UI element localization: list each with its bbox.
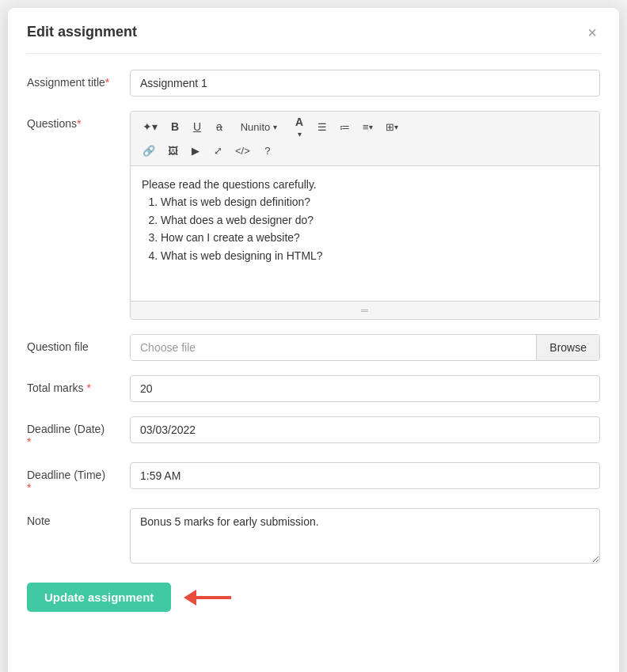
deadline-time-label: Deadline (Time) * bbox=[27, 462, 130, 494]
deadline-time-wrap bbox=[130, 462, 600, 489]
arrow-indicator bbox=[184, 590, 231, 606]
underline-button[interactable]: U bbox=[187, 116, 207, 137]
question-file-row: Question file Choose file Browse bbox=[27, 334, 600, 361]
rich-text-editor: ✦▾ B U a Nunito ▾ A ▾ ☰ bbox=[130, 111, 600, 320]
assignment-title-wrap bbox=[130, 70, 600, 97]
total-marks-input[interactable] bbox=[130, 375, 600, 402]
assignment-title-input[interactable] bbox=[130, 70, 600, 97]
modal-header: Edit assignment × bbox=[27, 24, 600, 54]
font-color-button[interactable]: A ▾ bbox=[288, 116, 310, 137]
expand-button[interactable]: ⤢ bbox=[207, 140, 228, 161]
questions-label: Questions* bbox=[27, 111, 130, 130]
table-button[interactable]: ⊞ ▾ bbox=[380, 116, 404, 137]
note-textarea[interactable] bbox=[130, 508, 600, 564]
resize-icon: ═ bbox=[361, 305, 369, 316]
arrow-head-icon bbox=[184, 590, 196, 606]
update-assignment-button[interactable]: Update assignment bbox=[27, 583, 171, 612]
editor-intro-text: Please read the questions carefully. bbox=[142, 176, 588, 193]
assignment-title-row: Assignment title* bbox=[27, 70, 600, 97]
video-button[interactable]: ▶ bbox=[185, 140, 206, 161]
arrow-shaft-icon bbox=[196, 596, 231, 599]
note-wrap bbox=[130, 508, 600, 567]
chevron-down-icon: ▾ bbox=[298, 130, 302, 139]
editor-question-list: What is web design definition?What does … bbox=[142, 193, 588, 264]
question-file-wrap: Choose file Browse bbox=[130, 334, 600, 361]
questions-wrap: ✦▾ B U a Nunito ▾ A ▾ ☰ bbox=[130, 111, 600, 320]
question-list-item: What is web design definition? bbox=[161, 193, 588, 211]
bold-button[interactable]: B bbox=[165, 116, 185, 137]
question-list-item: How can I create a website? bbox=[161, 229, 588, 246]
magic-button[interactable]: ✦▾ bbox=[137, 116, 163, 137]
file-placeholder: Choose file bbox=[131, 335, 536, 360]
chevron-down-icon: ▾ bbox=[394, 123, 398, 131]
submit-row: Update assignment bbox=[27, 583, 600, 612]
toolbar-row-1: ✦▾ B U a Nunito ▾ A ▾ ☰ bbox=[137, 116, 593, 137]
modal-title: Edit assignment bbox=[27, 24, 137, 40]
assignment-title-label: Assignment title* bbox=[27, 70, 130, 89]
question-list-item: What is web designing in HTML? bbox=[161, 247, 588, 264]
unordered-list-button[interactable]: ☰ bbox=[312, 116, 332, 137]
code-button[interactable]: </> bbox=[230, 140, 256, 161]
total-marks-label: Total marks * bbox=[27, 375, 130, 394]
close-button[interactable]: × bbox=[584, 25, 600, 40]
deadline-date-row: Deadline (Date) * bbox=[27, 416, 600, 448]
deadline-time-input[interactable] bbox=[130, 462, 600, 489]
questions-row: Questions* ✦▾ B U a Nunito ▾ bbox=[27, 111, 600, 320]
editor-resize-handle[interactable]: ═ bbox=[131, 301, 599, 319]
edit-assignment-modal: Edit assignment × Assignment title* Ques… bbox=[8, 8, 619, 672]
font-family-button[interactable]: Nunito ▾ bbox=[231, 116, 287, 137]
ordered-list-button[interactable]: ≔ bbox=[334, 116, 355, 137]
question-list-item: What does a web designer do? bbox=[161, 211, 588, 229]
file-input-group: Choose file Browse bbox=[130, 334, 600, 361]
image-button[interactable]: 🖼 bbox=[162, 140, 184, 161]
total-marks-wrap bbox=[130, 375, 600, 402]
deadline-date-input[interactable] bbox=[130, 416, 600, 443]
chevron-down-icon: ▾ bbox=[369, 123, 373, 131]
note-label: Note bbox=[27, 508, 130, 527]
browse-button[interactable]: Browse bbox=[536, 335, 599, 360]
link-button[interactable]: 🔗 bbox=[137, 140, 161, 161]
strikethrough-button[interactable]: a bbox=[209, 116, 230, 137]
note-row: Note bbox=[27, 508, 600, 567]
editor-toolbar: ✦▾ B U a Nunito ▾ A ▾ ☰ bbox=[131, 112, 599, 166]
deadline-date-label: Deadline (Date) * bbox=[27, 416, 130, 448]
help-button[interactable]: ? bbox=[257, 140, 278, 161]
total-marks-row: Total marks * bbox=[27, 375, 600, 402]
chevron-down-icon: ▾ bbox=[273, 123, 277, 131]
question-file-label: Question file bbox=[27, 334, 130, 353]
align-button[interactable]: ≡ ▾ bbox=[357, 116, 378, 137]
deadline-date-wrap bbox=[130, 416, 600, 443]
toolbar-row-2: 🔗 🖼 ▶ ⤢ </> ? bbox=[137, 140, 593, 161]
editor-content[interactable]: Please read the questions carefully. Wha… bbox=[131, 166, 599, 301]
deadline-time-row: Deadline (Time) * bbox=[27, 462, 600, 494]
